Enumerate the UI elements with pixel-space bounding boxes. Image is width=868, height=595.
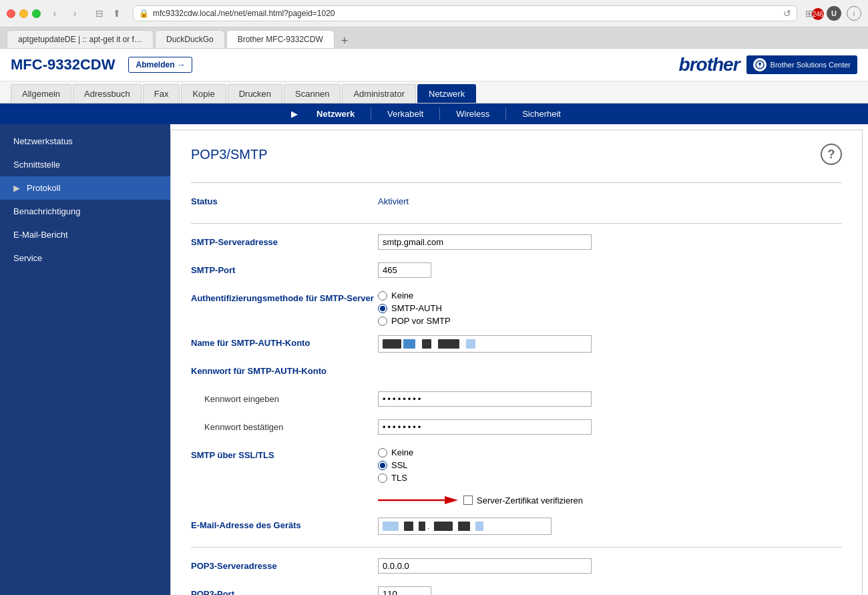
email-redact-1	[383, 522, 399, 531]
redact-2	[403, 339, 415, 349]
smtp-port-label: SMTP-Port	[191, 262, 378, 275]
email-redact-4	[434, 522, 453, 531]
forward-button[interactable]: ›	[66, 7, 83, 20]
sidebar-label-email-bericht: E-Mail-Bericht	[13, 230, 68, 240]
new-tab-button[interactable]: +	[336, 34, 354, 48]
tab-duckduckgo[interactable]: DuckDuckGo	[155, 30, 225, 48]
redact-5	[466, 339, 475, 349]
pop3-port-input[interactable]	[378, 586, 431, 595]
sub-nav-netzwerk[interactable]: Netzwerk	[300, 108, 371, 120]
solutions-icon	[753, 58, 767, 71]
sidebar-item-netzwerkstatus[interactable]: Netzwerkstatus	[0, 130, 170, 153]
ssl-option-ssl[interactable]: SSL	[378, 460, 842, 470]
reload-button[interactable]: ↺	[783, 8, 791, 19]
tab-fax[interactable]: Fax	[143, 84, 180, 103]
info-button[interactable]: i	[847, 6, 861, 21]
verify-cert-label: Server-Zertifikat verifizieren	[477, 495, 583, 506]
ssl-label: SMTP über SSL/TLS	[191, 447, 378, 460]
password-confirm-label: Kennwort bestätigen	[204, 419, 378, 432]
sidebar-item-email-bericht[interactable]: E-Mail-Bericht	[0, 223, 170, 246]
tab-drucken[interactable]: Drucken	[228, 84, 282, 103]
smtp-server-input[interactable]	[378, 234, 592, 250]
smtp-port-input[interactable]	[378, 262, 431, 278]
sidebar-item-service[interactable]: Service	[0, 246, 170, 270]
sidebar-arrow-icon: ▶	[13, 183, 20, 193]
sidebar-label-service: Service	[13, 253, 42, 263]
radio-pop-vor-smtp[interactable]	[378, 317, 387, 326]
solutions-center-label: Brother Solutions Center	[771, 61, 851, 69]
back-button[interactable]: ‹	[46, 7, 63, 20]
smtp-auth-password-label: Kennwort für SMTP-AUTH-Konto	[191, 363, 378, 376]
tab-netzwerk[interactable]: Netzwerk	[417, 84, 476, 103]
user-avatar[interactable]: U	[827, 6, 841, 21]
auth-method-label: Authentifizierungsmethode für SMTP-Serve…	[191, 290, 378, 303]
radio-ssl-tls[interactable]	[378, 473, 387, 483]
tab-kopie[interactable]: Kopie	[181, 84, 226, 103]
svg-marker-3	[445, 496, 458, 504]
pop3-server-input[interactable]	[378, 558, 592, 574]
sub-nav-verkabelt[interactable]: Verkabelt	[371, 108, 440, 120]
verify-cert-checkbox[interactable]	[463, 495, 473, 505]
tab-administrator[interactable]: Administrator	[342, 84, 416, 103]
email-redact-2	[404, 522, 413, 531]
email-device-label: E-Mail-Adresse des Geräts	[191, 518, 378, 530]
lock-icon: 🔒	[139, 9, 149, 18]
radio-smtp-auth[interactable]	[378, 304, 387, 313]
radio-ssl-keine[interactable]	[378, 448, 387, 457]
close-button[interactable]	[7, 9, 15, 18]
sidebar-item-protokoll[interactable]: ▶ Protokoll	[0, 176, 170, 200]
redact-4	[438, 339, 459, 349]
email-redact-3	[419, 522, 425, 531]
auth-option-keine[interactable]: Keine	[378, 290, 842, 301]
auth-option-pop-vor-smtp[interactable]: POP vor SMTP	[378, 316, 842, 326]
page-title: POP3/SMTP	[191, 147, 267, 162]
minimize-button[interactable]	[19, 9, 28, 18]
smtp-server-label: SMTP-Serveradresse	[191, 234, 378, 247]
solutions-center-button[interactable]: Brother Solutions Center	[746, 55, 857, 74]
maximize-button[interactable]	[32, 9, 41, 18]
password-enter-input[interactable]	[378, 391, 592, 407]
device-title: MFC-9332CDW	[11, 56, 115, 73]
tab-adressbuch[interactable]: Adressbuch	[73, 84, 142, 103]
redact-1	[383, 339, 401, 349]
pop3-server-label: POP3-Serveradresse	[191, 558, 378, 571]
radio-ssl-ssl[interactable]	[378, 461, 387, 470]
sub-nav-arrow: ▶	[291, 109, 298, 119]
smtp-auth-name-label: Name für SMTP-AUTH-Konto	[191, 335, 378, 348]
share-button[interactable]: ⬆	[110, 7, 124, 20]
smtp-auth-name-input[interactable]	[378, 335, 592, 353]
notification-badge: 246	[812, 8, 824, 20]
brother-logo: brother	[679, 54, 740, 75]
svg-point-1	[759, 67, 760, 67]
tab-allgemein[interactable]: Allgemein	[11, 84, 71, 103]
status-value: Aktiviert	[378, 194, 842, 206]
tab-scannen[interactable]: Scannen	[284, 84, 341, 103]
sub-nav-sicherheit[interactable]: Sicherheit	[506, 108, 577, 120]
tab-brother[interactable]: Brother MFC-9332CDW	[226, 30, 335, 48]
sidebar-item-schnittstelle[interactable]: Schnittstelle	[0, 153, 170, 176]
sidebar-label-benachrichtigung: Benachrichtigung	[13, 206, 80, 216]
ssl-option-tls[interactable]: TLS	[378, 473, 842, 483]
email-redact-5	[458, 522, 470, 531]
sidebar-item-benachrichtigung[interactable]: Benachrichtigung	[0, 200, 170, 223]
red-arrow-annotation	[378, 492, 458, 508]
help-button[interactable]: ?	[821, 144, 842, 165]
verify-cert-checkbox-item[interactable]: Server-Zertifikat verifizieren	[463, 495, 583, 506]
tab-aptget[interactable]: aptgetupdateDE | :: apt-get it or for-ge…	[7, 30, 154, 48]
email-redact-6	[475, 522, 483, 531]
tab-overview-button[interactable]: ⊟	[93, 7, 106, 20]
email-device-input[interactable]: .	[378, 518, 552, 535]
password-enter-label: Kennwort eingeben	[204, 391, 378, 404]
status-label: Status	[191, 194, 378, 206]
logout-button[interactable]: Abmelden →	[128, 57, 192, 73]
radio-keine[interactable]	[378, 291, 387, 301]
pop3-port-label: POP3-Port	[191, 586, 378, 595]
auth-option-smtp-auth[interactable]: SMTP-AUTH	[378, 303, 842, 313]
password-confirm-input[interactable]	[378, 419, 592, 435]
sidebar-label-netzwerkstatus: Netzwerkstatus	[13, 136, 73, 146]
sidebar-label-protokoll: Protokoll	[27, 183, 61, 193]
ssl-option-keine[interactable]: Keine	[378, 447, 842, 457]
sub-nav-wireless[interactable]: Wireless	[440, 108, 506, 120]
redact-3	[422, 339, 431, 349]
address-bar[interactable]	[153, 9, 779, 18]
